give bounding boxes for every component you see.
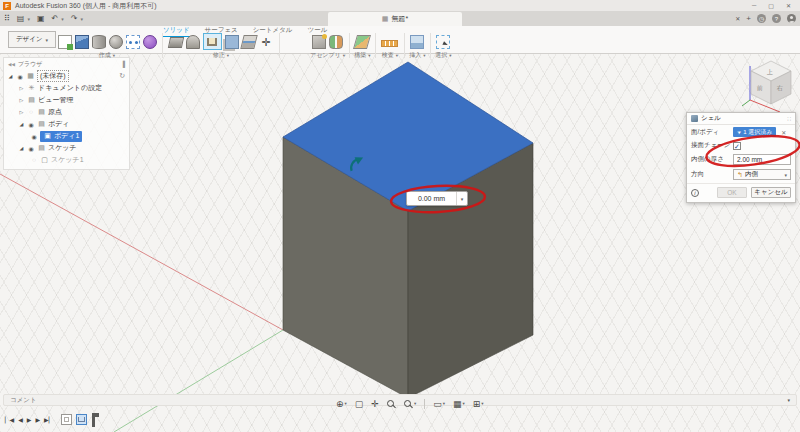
app-grid-icon[interactable]: ⠿	[4, 14, 10, 23]
selection-chip[interactable]: ➤ 1 選択済み	[733, 127, 776, 137]
help-icon[interactable]: ?	[772, 14, 781, 23]
expand-icon[interactable]: ◢	[7, 73, 14, 79]
insert-image-icon[interactable]	[410, 35, 424, 49]
create-sketch-icon[interactable]	[58, 35, 72, 49]
timeline-step-forward-button[interactable]: ▶	[35, 416, 40, 423]
inline-input-dropdown-icon[interactable]: ▾	[456, 192, 467, 205]
new-component-icon[interactable]	[312, 35, 326, 49]
item-label[interactable]: スケッチ1	[51, 155, 84, 165]
document-tab[interactable]: ▦ 無題*	[328, 12, 462, 26]
timeline-step-back-button[interactable]: ◀	[18, 416, 23, 423]
measure-icon[interactable]	[381, 40, 398, 47]
fit-zoom-icon[interactable]: ▾	[404, 400, 416, 407]
tangent-chain-checkbox[interactable]: ✓	[733, 142, 741, 150]
timeline-skip-start-button[interactable]: ▏◀	[5, 416, 14, 423]
combine-icon[interactable]	[225, 35, 239, 49]
visibility-eye-icon[interactable]: ◉	[27, 145, 35, 152]
timeline-sketch-feature[interactable]	[61, 414, 72, 425]
user-avatar[interactable]	[787, 14, 796, 23]
thickness-inline-input[interactable]: 0.00 mm ▾	[406, 191, 468, 206]
dialog-title-bar[interactable]: シェル ∷	[687, 113, 795, 125]
close-button[interactable]: ✕	[786, 2, 791, 9]
timeline-play-button[interactable]: ▶	[27, 416, 32, 423]
browser-collapse-icon[interactable]: ◀◀	[8, 62, 15, 67]
sphere-primitive-icon[interactable]	[109, 35, 123, 49]
expand-icon[interactable]: ▷	[18, 109, 25, 115]
job-status-icon[interactable]: ◷	[757, 14, 766, 23]
visibility-eye-icon[interactable]: ◉	[16, 73, 24, 80]
thickness-input[interactable]: 2.00 mm	[733, 154, 791, 165]
press-pull-icon[interactable]	[167, 37, 183, 48]
save-icon[interactable]: ▣	[37, 14, 45, 23]
fillet-icon[interactable]	[186, 35, 200, 49]
pan-icon[interactable]: ✛	[371, 399, 379, 409]
close-tab-icon[interactable]: ✕	[735, 15, 740, 22]
file-menu-icon[interactable]: ▤	[17, 14, 25, 23]
group-label-modify[interactable]: 修正▾	[213, 51, 229, 60]
coil-icon[interactable]	[143, 35, 157, 49]
undo-caret-icon[interactable]: ▾	[61, 16, 64, 22]
visibility-eye-icon[interactable]: ◌	[27, 109, 35, 115]
info-icon[interactable]: i	[691, 189, 699, 197]
browser-item-sketch1[interactable]: ◌ ▢ スケッチ1	[4, 154, 129, 166]
clear-selection-icon[interactable]: ✕	[781, 129, 786, 136]
expand-icon[interactable]: ▷	[18, 85, 25, 91]
new-tab-icon[interactable]: +	[746, 14, 751, 23]
joint-icon[interactable]	[329, 35, 343, 49]
look-at-icon[interactable]: ▢	[355, 399, 364, 409]
shell-tool-active[interactable]	[203, 33, 222, 50]
browser-item-view-management[interactable]: ▷ ▤ ビュー管理	[4, 94, 129, 106]
browser-item-bodies-folder[interactable]: ◢ ◉ ▤ ボディ	[4, 118, 129, 130]
redo-icon[interactable]: ↷	[71, 14, 78, 23]
workspace-selector[interactable]: デザイン ▾	[8, 31, 56, 48]
cylinder-primitive-icon[interactable]	[92, 35, 106, 49]
browser-item-root[interactable]: ◢ ◉ ▦ (未保存) ↻	[4, 70, 129, 82]
item-label[interactable]: ボディ1	[54, 131, 79, 141]
sketch-points-icon[interactable]	[126, 35, 140, 49]
visibility-eye-icon[interactable]: ◉	[27, 121, 35, 128]
item-label[interactable]: 原点	[48, 107, 62, 117]
file-menu-caret-icon[interactable]: ▾	[27, 16, 30, 22]
maximize-button[interactable]: ▢	[768, 2, 774, 9]
item-label[interactable]: ドキュメントの設定	[38, 83, 102, 93]
construction-plane-icon[interactable]	[353, 35, 371, 49]
select-tool-icon[interactable]	[436, 35, 450, 49]
minimize-button[interactable]: ─	[752, 2, 756, 9]
item-label[interactable]: ビュー管理	[38, 95, 73, 105]
group-label-create[interactable]: 作成▾	[99, 51, 115, 60]
visibility-eye-icon[interactable]: ◉	[30, 133, 38, 140]
move-copy-icon[interactable]: ✛	[259, 35, 274, 49]
browser-item-document-settings[interactable]: ▷ ✳ ドキュメントの設定	[4, 82, 129, 94]
grid-snaps-icon[interactable]: ▦▾	[453, 399, 465, 409]
cancel-button[interactable]: キャンセル	[751, 187, 791, 198]
direction-dropdown[interactable]: ↰ 内側 ▾	[733, 169, 791, 180]
browser-item-body1-selected[interactable]: ◉ ▣ ボディ1	[4, 130, 129, 142]
box-primitive-icon[interactable]	[75, 35, 89, 49]
group-label-select[interactable]: 選択▾	[435, 51, 451, 60]
split-body-icon[interactable]	[240, 35, 257, 49]
orbit-icon[interactable]: ⊕▾	[336, 399, 347, 409]
root-document-label[interactable]: (未保存)	[37, 70, 69, 82]
item-label[interactable]: スケッチ	[48, 143, 77, 153]
timeline-marker[interactable]	[92, 413, 95, 427]
dialog-grip-icon[interactable]: ∷	[787, 115, 791, 122]
browser-item-origin[interactable]: ▷ ◌ ▤ 原点	[4, 106, 129, 118]
timeline-shell-feature[interactable]	[76, 414, 87, 425]
undo-icon[interactable]: ↶	[52, 14, 59, 23]
comment-expand-icon[interactable]: ▾	[787, 397, 790, 403]
group-label-inspect[interactable]: 検査▾	[382, 51, 398, 60]
zoom-icon[interactable]	[387, 400, 396, 407]
view-cube[interactable]: 上 前 右	[740, 56, 798, 114]
browser-item-sketches-folder[interactable]: ◢ ◉ ▤ スケッチ	[4, 142, 129, 154]
group-label-assemble[interactable]: アセンブリ▾	[310, 51, 345, 60]
expand-icon[interactable]: ◢	[18, 145, 25, 151]
group-label-construct[interactable]: 構築▾	[354, 51, 370, 60]
ok-button-disabled[interactable]: OK	[717, 187, 747, 198]
group-label-insert[interactable]: 挿入▾	[409, 51, 425, 60]
browser-dock-icon[interactable]: ▐	[121, 61, 125, 67]
item-label[interactable]: ボディ	[48, 119, 70, 129]
expand-icon[interactable]: ▷	[18, 97, 25, 103]
viewports-icon[interactable]: ⊞▾	[473, 399, 484, 409]
visibility-eye-icon[interactable]: ◌	[30, 157, 38, 163]
timeline-skip-end-button[interactable]: ▶▏	[44, 416, 53, 423]
